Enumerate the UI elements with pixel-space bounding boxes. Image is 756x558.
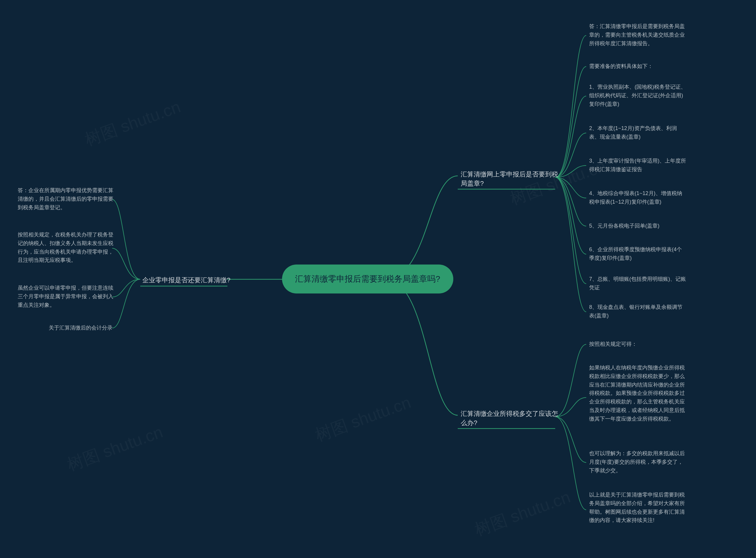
watermark: 树图 shutu.cn bbox=[471, 486, 573, 541]
leaf-r1-0[interactable]: 答：汇算清缴零申报后是需要到税务局盖章的，需要向主管税务机关递交纸质企业所得税年… bbox=[589, 22, 686, 48]
leaf-r2-0[interactable]: 按照相关规定可得： bbox=[589, 340, 637, 349]
leaf-r2-3[interactable]: 以上就是关于汇算清缴零申报后需要到税务局盖章吗的全部介绍，希望对大家有所帮助。树… bbox=[589, 490, 686, 525]
watermark: 树图 shutu.cn bbox=[312, 391, 414, 447]
mindmap-center-node[interactable]: 汇算清缴零申报后需要到税务局盖章吗? bbox=[282, 264, 453, 294]
leaf-r2-1[interactable]: 如果纳税人在纳税年度内预缴企业所得税税款相比应缴企业所得税税款要少，那么应当在汇… bbox=[589, 363, 686, 423]
branch-left-1[interactable]: 企业零申报是否还要汇算清缴? bbox=[142, 276, 230, 285]
watermark: 树图 shutu.cn bbox=[64, 421, 166, 476]
leaf-l1-1[interactable]: 按照相关规定，在税务机关办理了税务登记的纳税人、扣缴义务人当期未发生应税行为，应… bbox=[18, 230, 115, 264]
leaf-l1-0[interactable]: 答：企业在所属期内零申报优势需要汇算清缴的，并且会汇算清缴后的零申报需要到税务局… bbox=[18, 186, 115, 211]
leaf-r1-2[interactable]: 1、营业执照副本、(国地税)税务登记证、组织机构代码证、外汇登记证(外企适用)复… bbox=[589, 83, 686, 108]
watermark: 树图 shutu.cn bbox=[82, 96, 184, 151]
leaf-r1-1[interactable]: 需要准备的资料具体如下： bbox=[589, 62, 653, 71]
branch-right-2[interactable]: 汇算清缴企业所得税多交了应该怎么办? bbox=[461, 409, 558, 428]
center-node-text: 汇算清缴零申报后需要到税务局盖章吗? bbox=[295, 274, 440, 283]
leaf-r1-4[interactable]: 3、上年度审计报告(年审适用)、上年度所得税汇算清缴鉴证报告 bbox=[589, 157, 686, 174]
branch-right-1[interactable]: 汇算清缴网上零申报后是否要到税局盖章? bbox=[461, 170, 558, 188]
leaf-r1-5[interactable]: 4、地税综合申报表(1~12月)、增值税纳税申报表(1~12月)复印件(盖章) bbox=[589, 189, 686, 206]
leaf-r1-6[interactable]: 5、元月份各税电子回单(盖章) bbox=[589, 222, 659, 230]
leaf-r2-2[interactable]: 也可以理解为：多交的税款用来抵减以后月度(年度)要交的所得税，本季多交了，下季就… bbox=[589, 449, 686, 475]
leaf-r1-9[interactable]: 8、现金盘点表、银行对账单及余额调节表(盖章) bbox=[589, 303, 686, 320]
leaf-l1-2[interactable]: 虽然企业可以申请零申报，但要注意连续三个月零申报是属于异常申报，会被列入重点关注… bbox=[18, 284, 115, 309]
leaf-r1-3[interactable]: 2、本年度(1~12月)资产负债表、利润表、现金流量表(盖章) bbox=[589, 124, 686, 141]
leaf-l1-3[interactable]: 关于汇算清缴后的会计分录 bbox=[49, 324, 112, 332]
leaf-r1-7[interactable]: 6、企业所得税季度预缴纳税申报表(4个季度)复印件(盖章) bbox=[589, 245, 686, 262]
leaf-r1-8[interactable]: 7、总账、明细账(包括费用明细账)、记账凭证 bbox=[589, 275, 686, 292]
